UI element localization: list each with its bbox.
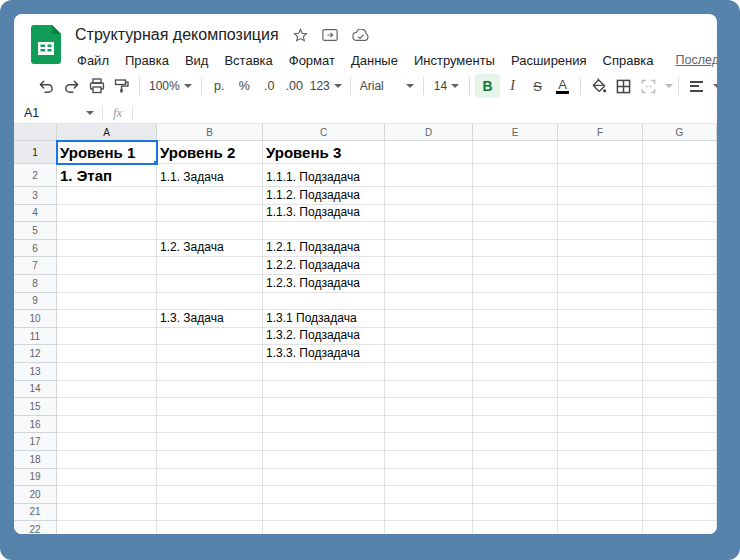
cell-F13[interactable] — [558, 363, 643, 381]
menu-extensions[interactable]: Расширения — [503, 51, 595, 70]
row-header-19[interactable]: 19 — [14, 469, 57, 487]
row-header-15[interactable]: 15 — [14, 398, 57, 416]
cell-B6[interactable]: 1.2. Задача — [157, 240, 263, 258]
cell-B12[interactable] — [157, 345, 263, 363]
cell-D20[interactable] — [385, 486, 473, 504]
cell-A4[interactable] — [57, 205, 157, 223]
cell-A3[interactable] — [57, 187, 157, 205]
cell-G8[interactable] — [643, 275, 717, 293]
bold-button[interactable]: B — [475, 74, 500, 98]
cell-B3[interactable] — [157, 187, 263, 205]
row-header-11[interactable]: 11 — [14, 328, 57, 346]
cell-A1[interactable]: Уровень 1 — [57, 141, 157, 164]
cell-G3[interactable] — [643, 187, 717, 205]
cell-C21[interactable] — [263, 504, 385, 522]
cell-D14[interactable] — [385, 381, 473, 399]
fill-handle[interactable] — [153, 160, 157, 164]
menu-tools[interactable]: Инструменты — [406, 51, 503, 70]
cell-D3[interactable] — [385, 187, 473, 205]
cell-B19[interactable] — [157, 469, 263, 487]
cell-D7[interactable] — [385, 257, 473, 275]
cell-C20[interactable] — [263, 486, 385, 504]
name-box[interactable]: A1 — [14, 102, 102, 123]
menu-view[interactable]: Вид — [177, 51, 217, 70]
cell-D5[interactable] — [385, 222, 473, 240]
cell-E12[interactable] — [473, 345, 558, 363]
star-icon[interactable] — [293, 28, 308, 43]
cell-G22[interactable] — [643, 521, 717, 534]
cell-F22[interactable] — [558, 521, 643, 534]
cell-E5[interactable] — [473, 222, 558, 240]
strikethrough-button[interactable]: S — [525, 74, 550, 98]
cell-C5[interactable] — [263, 222, 385, 240]
cell-E11[interactable] — [473, 328, 558, 346]
cell-F7[interactable] — [558, 257, 643, 275]
select-all-corner[interactable] — [14, 124, 57, 141]
row-header-13[interactable]: 13 — [14, 363, 57, 381]
cell-G9[interactable] — [643, 293, 717, 311]
cell-D13[interactable] — [385, 363, 473, 381]
cell-C1[interactable]: Уровень 3 — [263, 141, 385, 164]
borders-button[interactable] — [611, 74, 636, 98]
redo-button[interactable] — [59, 74, 84, 98]
cell-A2[interactable]: 1. Этап — [57, 164, 157, 187]
cell-B15[interactable] — [157, 398, 263, 416]
row-header-17[interactable]: 17 — [14, 433, 57, 451]
cell-F20[interactable] — [558, 486, 643, 504]
cell-B8[interactable] — [157, 275, 263, 293]
cell-E4[interactable] — [473, 205, 558, 223]
row-header-14[interactable]: 14 — [14, 381, 57, 399]
row-header-7[interactable]: 7 — [14, 257, 57, 275]
menu-file[interactable]: Файл — [69, 51, 117, 70]
cell-C14[interactable] — [263, 381, 385, 399]
column-header-A[interactable]: A — [57, 124, 157, 141]
cell-G14[interactable] — [643, 381, 717, 399]
cell-G17[interactable] — [643, 433, 717, 451]
cell-E21[interactable] — [473, 504, 558, 522]
cell-A17[interactable] — [57, 433, 157, 451]
cell-E14[interactable] — [473, 381, 558, 399]
cell-F12[interactable] — [558, 345, 643, 363]
cell-C11[interactable]: 1.3.2. Подзадача — [263, 328, 385, 346]
row-header-12[interactable]: 12 — [14, 345, 57, 363]
cell-F2[interactable] — [558, 164, 643, 187]
cell-A18[interactable] — [57, 451, 157, 469]
cell-D11[interactable] — [385, 328, 473, 346]
cell-A7[interactable] — [57, 257, 157, 275]
cell-D1[interactable] — [385, 141, 473, 164]
cell-F8[interactable] — [558, 275, 643, 293]
cell-F6[interactable] — [558, 240, 643, 258]
cell-B22[interactable] — [157, 521, 263, 534]
cell-D8[interactable] — [385, 275, 473, 293]
cell-C13[interactable] — [263, 363, 385, 381]
cell-B13[interactable] — [157, 363, 263, 381]
align-dropdown-icon[interactable] — [713, 84, 717, 88]
cell-B2[interactable]: 1.1. Задача — [157, 164, 263, 187]
cell-G11[interactable] — [643, 328, 717, 346]
cell-B5[interactable] — [157, 222, 263, 240]
row-header-20[interactable]: 20 — [14, 486, 57, 504]
cell-D18[interactable] — [385, 451, 473, 469]
cell-D17[interactable] — [385, 433, 473, 451]
cell-B9[interactable] — [157, 293, 263, 311]
menu-insert[interactable]: Вставка — [216, 51, 280, 70]
row-header-1[interactable]: 1 — [14, 141, 57, 164]
cell-A9[interactable] — [57, 293, 157, 311]
cell-B1[interactable]: Уровень 2 — [157, 141, 263, 164]
cell-E19[interactable] — [473, 469, 558, 487]
cell-G15[interactable] — [643, 398, 717, 416]
sheets-logo-icon[interactable] — [31, 25, 61, 65]
column-header-G[interactable]: G — [643, 124, 717, 141]
cell-D6[interactable] — [385, 240, 473, 258]
cell-D22[interactable] — [385, 521, 473, 534]
cell-D12[interactable] — [385, 345, 473, 363]
cell-C3[interactable]: 1.1.2. Подзадача — [263, 187, 385, 205]
cell-F1[interactable] — [558, 141, 643, 164]
cell-A10[interactable] — [57, 310, 157, 328]
cell-D4[interactable] — [385, 205, 473, 223]
cell-F10[interactable] — [558, 310, 643, 328]
cell-F14[interactable] — [558, 381, 643, 399]
cell-D2[interactable] — [385, 164, 473, 187]
cell-G19[interactable] — [643, 469, 717, 487]
cell-D16[interactable] — [385, 416, 473, 434]
